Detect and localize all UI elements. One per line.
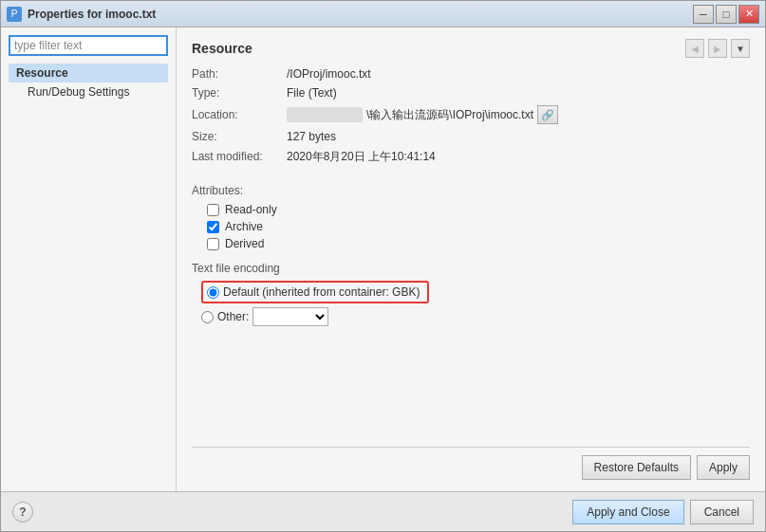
encoding-section: Text file encoding Default (inherited fr… xyxy=(192,262,750,326)
content-area: Resource ◀ ▶ ▼ Path: /IOProj/imooc.txt T… xyxy=(177,28,765,491)
location-path-container: \输入输出流源码\IOProj\imooc.txt 🔗 xyxy=(287,105,558,124)
other-encoding-row: Other: xyxy=(192,307,750,326)
help-button[interactable]: ? xyxy=(12,502,33,523)
title-bar: P Properties for imooc.txt ─ □ ✕ xyxy=(1,1,765,28)
default-encoding-highlight: Default (inherited from container: GBK) xyxy=(201,281,429,303)
footer-right: Apply and Close Cancel xyxy=(33,500,754,524)
footer-left: ? xyxy=(12,502,33,523)
attributes-section: Attributes: Read-only Archive Derived xyxy=(192,178,750,254)
size-label: Size: xyxy=(192,130,287,143)
back-button[interactable]: ◀ xyxy=(685,39,704,58)
derived-row: Derived xyxy=(192,237,750,250)
bottom-buttons: Restore Defaults Apply xyxy=(192,447,750,484)
main-content: Resource Run/Debug Settings Resource ◀ ▶… xyxy=(1,28,765,491)
sidebar: Resource Run/Debug Settings xyxy=(1,28,177,491)
last-modified-value: 2020年8月20日 上午10:41:14 xyxy=(287,149,436,165)
other-encoding-radio[interactable] xyxy=(201,311,214,323)
maximize-button[interactable]: □ xyxy=(716,5,737,24)
last-modified-label: Last modified: xyxy=(192,150,287,163)
size-row: Size: 127 bytes xyxy=(192,130,750,143)
footer-bar: ? Apply and Close Cancel xyxy=(1,491,765,531)
nav-dropdown-button[interactable]: ▼ xyxy=(731,39,750,58)
path-label: Path: xyxy=(192,67,287,81)
minimize-button[interactable]: ─ xyxy=(693,5,714,24)
size-value: 127 bytes xyxy=(287,130,336,143)
attributes-header: Attributes: xyxy=(192,184,750,197)
readonly-checkbox[interactable] xyxy=(207,204,219,216)
derived-checkbox[interactable] xyxy=(207,238,219,250)
window-icon: P xyxy=(7,7,22,22)
path-value: /IOProj/imooc.txt xyxy=(287,67,371,81)
properties-window: P Properties for imooc.txt ─ □ ✕ Resourc… xyxy=(0,0,766,532)
apply-button[interactable]: Apply xyxy=(697,455,750,480)
location-label: Location: xyxy=(192,108,287,121)
cancel-button[interactable]: Cancel xyxy=(690,500,754,524)
content-header: Resource ◀ ▶ ▼ xyxy=(192,39,750,58)
content-spacer xyxy=(192,326,750,447)
property-table: Path: /IOProj/imooc.txt Type: File (Text… xyxy=(192,67,750,171)
nav-buttons: ◀ ▶ ▼ xyxy=(685,39,750,58)
location-path-suffix: \输入输出流源码\IOProj\imooc.txt xyxy=(366,107,533,123)
close-button[interactable]: ✕ xyxy=(738,5,759,24)
last-modified-row: Last modified: 2020年8月20日 上午10:41:14 xyxy=(192,149,750,165)
default-encoding-label: Default (inherited from container: GBK) xyxy=(223,285,420,299)
derived-label: Derived xyxy=(225,237,264,250)
other-encoding-label: Other: xyxy=(217,310,249,323)
restore-defaults-button[interactable]: Restore Defaults xyxy=(582,455,691,480)
location-row: Location: \输入输出流源码\IOProj\imooc.txt 🔗 xyxy=(192,105,750,124)
section-title: Resource xyxy=(192,41,252,56)
type-value: File (Text) xyxy=(287,86,337,100)
encoding-label: Text file encoding xyxy=(192,262,750,275)
path-row: Path: /IOProj/imooc.txt xyxy=(192,67,750,81)
location-link-button[interactable]: 🔗 xyxy=(537,105,558,124)
readonly-label: Read-only xyxy=(225,203,277,216)
filter-input[interactable] xyxy=(9,35,168,56)
forward-button[interactable]: ▶ xyxy=(708,39,727,58)
type-label: Type: xyxy=(192,86,287,100)
default-encoding-radio[interactable] xyxy=(207,286,219,299)
archive-checkbox[interactable] xyxy=(207,221,219,233)
readonly-row: Read-only xyxy=(192,203,750,216)
location-path-redacted xyxy=(287,107,363,122)
archive-label: Archive xyxy=(225,220,263,233)
other-encoding-dropdown[interactable] xyxy=(252,307,328,326)
default-encoding-row: Default (inherited from container: GBK) xyxy=(192,281,750,303)
type-row: Type: File (Text) xyxy=(192,86,750,100)
sidebar-item-run-debug[interactable]: Run/Debug Settings xyxy=(9,83,168,101)
sidebar-item-resource[interactable]: Resource xyxy=(9,64,168,83)
apply-close-button[interactable]: Apply and Close xyxy=(572,500,683,524)
archive-row: Archive xyxy=(192,220,750,233)
title-bar-buttons: ─ □ ✕ xyxy=(693,5,759,24)
window-title: Properties for imooc.txt xyxy=(28,8,693,21)
